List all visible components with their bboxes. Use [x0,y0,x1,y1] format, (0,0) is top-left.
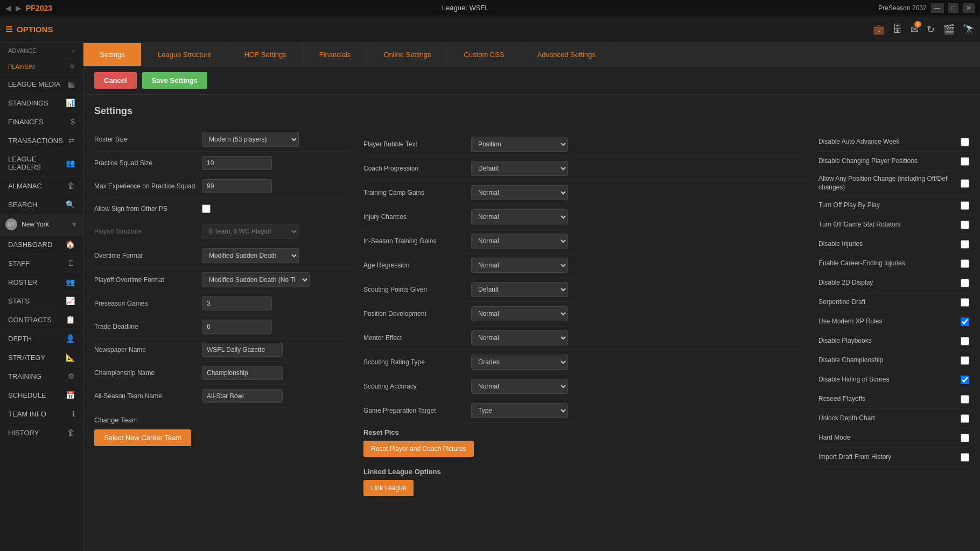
import-draft-row: Import Draft From History [818,448,969,467]
max-exp-input[interactable] [202,179,272,193]
video-icon[interactable]: 🎬 [943,24,955,36]
menu-area[interactable]: ☰ OPTIONS [5,25,53,34]
sidebar-item-strategy[interactable]: STRATEGY 📐 [0,348,83,367]
refresh-icon[interactable]: ↻ [927,24,935,36]
sidebar-item-standings[interactable]: STANDINGS 📊 [0,94,83,112]
database-icon[interactable]: 🗄 [893,24,902,35]
maximize-button[interactable]: □ [948,3,958,13]
minimize-button[interactable]: — [931,3,944,13]
tab-financials[interactable]: Financials [303,43,368,66]
playsim-section[interactable]: PLAY/SIM ⚙ [0,59,83,75]
training-camp-label: Training Camp Gains [363,189,471,196]
game-prep-select[interactable]: Type [471,403,568,418]
main-layout: ADVANCE » PLAY/SIM ⚙ LEAGUE MEDIA ▦ STAN… [0,43,980,551]
disable-hiding-scores-check[interactable] [961,376,969,384]
sidebar-item-roster[interactable]: ROSTER 👥 [0,273,83,292]
turn-off-stat-rotators-check[interactable] [961,221,969,229]
link-league-button[interactable]: Link League [363,480,414,496]
championship-name-input[interactable] [202,366,283,380]
scouting-rating-select[interactable]: Grades [471,355,568,370]
disable-championship-check[interactable] [961,356,969,365]
roster-size-select[interactable]: Modern (53 players) [202,132,299,147]
sidebar-item-training[interactable]: TRAINING ⚙ [0,367,83,386]
advance-section[interactable]: ADVANCE » [0,43,83,59]
sidebar-item-contracts[interactable]: CONTRACTS 📋 [0,310,83,329]
disable-injuries-check[interactable] [961,240,969,249]
tab-hof-settings[interactable]: HOF Settings [228,43,303,66]
disable-playbooks-check[interactable] [961,337,969,345]
sidebar-item-team-info[interactable]: TEAM INFO ℹ [0,405,83,423]
unlock-depth-chart-check[interactable] [961,414,969,423]
mail-icon[interactable]: ✉ 7 [911,24,919,36]
injury-chances-select[interactable]: Normal [471,209,568,224]
playoff-ot-select[interactable]: Modified Sudden Death (No Ties) [202,272,310,287]
use-modern-xp-check[interactable] [961,317,969,326]
mentor-effect-select[interactable]: Normal [471,330,568,345]
hard-mode-check[interactable] [961,434,969,442]
sidebar-item-dashboard[interactable]: DASHBOARD 🏠 [0,235,83,254]
tab-custom-css[interactable]: Custom CSS [447,43,521,66]
coach-progression-select[interactable]: Default [471,161,568,176]
save-button[interactable]: Save Settings [142,72,207,89]
search-label: SEARCH [8,201,37,209]
inseason-training-select[interactable]: Normal [471,234,568,249]
sidebar-item-staff[interactable]: STAFF 🗒 [0,254,83,273]
practice-squad-row: Practice Squad Size [94,152,353,175]
select-career-team-button[interactable]: Select New Career Team [94,429,191,446]
reset-pics-section: Reset Pics Reset Player and Coach Pictur… [363,423,808,462]
allow-any-position-check[interactable] [961,179,969,188]
practice-squad-input[interactable] [202,156,272,170]
sidebar-item-transactions[interactable]: TRANSACTIONS ⇄ [0,131,83,150]
reset-pictures-button[interactable]: Reset Player and Coach Pictures [363,441,474,457]
import-draft-check[interactable] [961,453,969,462]
max-exp-row: Max Experience on Practice Squad [94,175,353,198]
cancel-button[interactable]: Cancel [94,72,137,89]
player-bubble-select[interactable]: Position [471,137,568,152]
overtime-format-select[interactable]: Modified Sudden Death [202,248,299,263]
age-regression-select[interactable]: Normal [471,258,568,273]
sidebar-item-league-media[interactable]: LEAGUE MEDIA ▦ [0,75,83,94]
team-selector[interactable]: NY New York ▼ [0,214,83,235]
briefcase-icon[interactable]: 💼 [873,24,885,36]
newspaper-name-input[interactable] [202,343,283,357]
depth-icon: 👤 [66,334,75,343]
tab-online-settings[interactable]: Online Settings [367,43,447,66]
close-button[interactable]: ✕ [963,3,975,13]
trade-deadline-input[interactable] [202,320,272,334]
sidebar-item-depth[interactable]: DEPTH 👤 [0,329,83,348]
menu-icon[interactable]: ☰ [5,25,12,34]
sidebar-item-finances[interactable]: FINANCES $ [0,112,83,131]
serpentine-draft-check[interactable] [961,298,969,307]
preseason-games-input[interactable] [202,296,272,310]
allow-sign-checkbox[interactable] [202,204,211,213]
forward-button[interactable]: ▶ [16,4,22,12]
import-draft-label: Import Draft From History [818,453,955,462]
reseed-playoffs-row: Reseed Playoffs [818,390,969,409]
linked-league-section: Linked League Options Link League [363,462,808,501]
all-season-name-input[interactable] [202,389,283,403]
binoculars-icon[interactable]: 🔭 [963,24,975,36]
playoff-structure-select[interactable]: 8 Team, 6 WC Playoff [202,224,299,239]
sidebar-item-history[interactable]: HISTORY 🗑 [0,423,83,442]
sidebar-item-league-leaders[interactable]: LEAGUE LEADERS 👥 [0,150,83,176]
tab-settings[interactable]: Settings [83,43,142,66]
disable-2d-check[interactable] [961,279,969,287]
newspaper-name-label: Newspaper Name [94,346,202,354]
tab-league-structure[interactable]: League Structure [142,43,228,66]
tab-advanced-settings[interactable]: Advanced Settings [521,43,612,66]
turn-off-pbp-check[interactable] [961,201,969,210]
enable-career-ending-check[interactable] [961,259,969,268]
sidebar-item-stats[interactable]: STATS 📈 [0,292,83,310]
back-button[interactable]: ◀ [5,4,11,12]
sidebar-item-search[interactable]: SEARCH 🔍 [0,195,83,214]
training-camp-select[interactable]: Normal [471,185,568,200]
sidebar-item-almanac[interactable]: ALMANAC 🗑 [0,176,83,195]
scouting-accuracy-select[interactable]: Normal [471,379,568,394]
disable-changing-positions-check[interactable] [961,157,969,166]
sidebar-item-schedule[interactable]: SCHEDULE 📅 [0,386,83,405]
reseed-playoffs-check[interactable] [961,395,969,404]
scouting-points-select[interactable]: Default [471,282,568,297]
practice-squad-label: Practice Squad Size [94,159,202,167]
position-dev-select[interactable]: Normal [471,306,568,321]
disable-auto-advance-check[interactable] [961,138,969,146]
